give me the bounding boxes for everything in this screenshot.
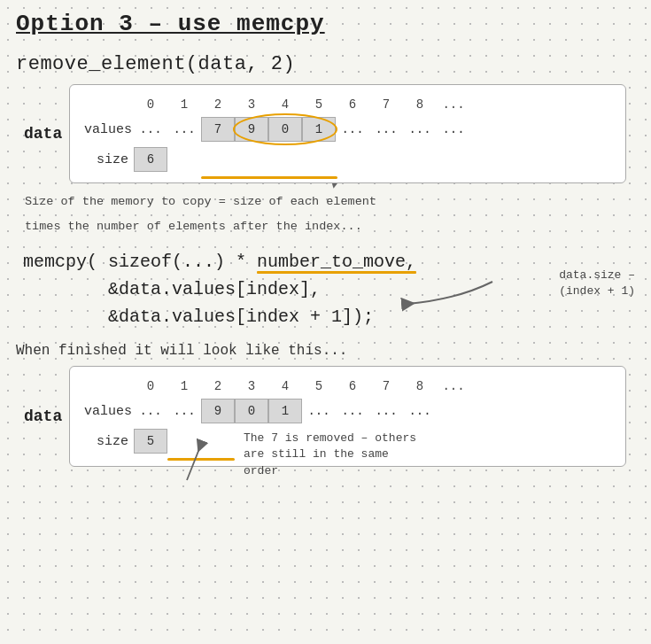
memcpy-line1: memcpy( sizeof(...) * number_to_move, [23, 248, 635, 275]
memcpy-block: memcpy( sizeof(...) * number_to_move, &d… [23, 248, 635, 330]
index-4: 4 [268, 97, 302, 112]
grid-section-2: 0 1 2 3 4 5 6 7 8 ... values ... ... 9 0… [84, 379, 611, 454]
val-dots1: ... [134, 117, 167, 142]
page-title: Option 3 – use memcpy [16, 11, 635, 37]
index-row-2: 0 1 2 3 4 5 6 7 8 ... [134, 379, 611, 393]
removed-note: The 7 is removed – others are still in t… [244, 431, 421, 479]
v2-dots1: ... [134, 399, 167, 423]
when-finished-label: When finished it will look like this... [16, 343, 635, 359]
second-diagram-wrapper: data 0 1 2 3 4 5 6 7 8 ... values ... ..… [16, 366, 635, 467]
first-diagram-box: data 0 1 2 3 4 5 6 7 8 ... values ... ..… [69, 84, 626, 183]
idx2-6: 6 [336, 379, 369, 393]
v2-dots4: ... [336, 399, 369, 423]
annotation-arrow-svg [395, 273, 501, 322]
v2-dots2: ... [167, 399, 201, 423]
idx2-0: 0 [134, 379, 167, 393]
v2-dots5: ... [369, 399, 403, 423]
idx2-3: 3 [235, 379, 268, 393]
index-2: 2 [201, 97, 235, 112]
val-7: 7 [201, 117, 235, 142]
description-text-2: times the number of elements after the i… [25, 217, 635, 237]
values-row-label-1: values [84, 122, 134, 137]
index-row-1: 0 1 2 3 4 5 6 7 8 ... [134, 97, 611, 112]
idx2-4: 4 [268, 379, 302, 393]
val-0: 0 [268, 117, 302, 142]
val-1: 1 [302, 117, 336, 142]
size-row-1: size 6 [84, 147, 611, 172]
val-highlighted: 9 0 1 [235, 117, 336, 142]
index-1: 1 [167, 97, 201, 112]
memcpy-line2: &data.values[index], [23, 275, 635, 303]
number-to-move-underline: number_to_move, [257, 252, 416, 272]
index-7: 7 [369, 97, 403, 112]
index-3: 3 [235, 97, 268, 112]
orange-underline-1 [201, 176, 337, 179]
idx2-8: 8 [403, 379, 437, 393]
size-row-2: size 5 The 7 is removed – others are sti… [84, 429, 611, 454]
index-5: 5 [302, 97, 336, 112]
data-label-1: data [24, 125, 62, 143]
val-dots3: ... [336, 117, 369, 142]
grid-section-1: 0 1 2 3 4 5 6 7 8 ... values ... ... 7 9 [84, 97, 611, 172]
idx2-7: 7 [369, 379, 403, 393]
data-label-2: data [24, 407, 62, 425]
v2-dots3: ... [302, 399, 336, 423]
index-8: 8 [403, 97, 437, 112]
memcpy-line3: &data.values[index + 1]); [23, 303, 635, 330]
index-6: 6 [336, 97, 369, 112]
index-0: 0 [134, 97, 167, 112]
val-dots2: ... [167, 117, 201, 142]
removed-arrow-svg [169, 436, 240, 485]
idx2-2: 2 [201, 379, 235, 393]
values-row-label-2: values [84, 404, 134, 419]
values-row-2: values ... ... 9 0 1 ... ... ... ... [84, 399, 611, 423]
idx2-dots: ... [437, 379, 470, 393]
val-dots4: ... [369, 117, 403, 142]
size-row-label-1: size [84, 152, 134, 167]
v2-1: 1 [268, 399, 302, 423]
v2-9: 9 [201, 399, 235, 423]
function-call: remove_element(data, 2) [16, 53, 635, 75]
values-row-1: values ... ... 7 9 0 1 ... ... ... ... [84, 117, 611, 142]
idx2-5: 5 [302, 379, 336, 393]
val-dots5: ... [403, 117, 437, 142]
second-diagram-box: data 0 1 2 3 4 5 6 7 8 ... values ... ..… [69, 366, 626, 467]
val-9: 9 [235, 117, 268, 142]
first-diagram-wrapper: Copy these values back data 0 1 2 3 4 5 … [16, 84, 635, 183]
index-dots: ... [437, 97, 470, 112]
size-val-2: 5 [134, 429, 167, 454]
v2-dots6: ... [403, 399, 437, 423]
size-val-1: 6 [134, 147, 167, 172]
description-text-1: Size of the memory to copy = size of eac… [25, 192, 635, 212]
annotation-label: data.size – (index + 1) [559, 268, 635, 299]
val-dots6: ... [437, 117, 470, 142]
idx2-1: 1 [167, 379, 201, 393]
v2-0: 0 [235, 399, 268, 423]
size-row-label-2: size [84, 434, 134, 449]
